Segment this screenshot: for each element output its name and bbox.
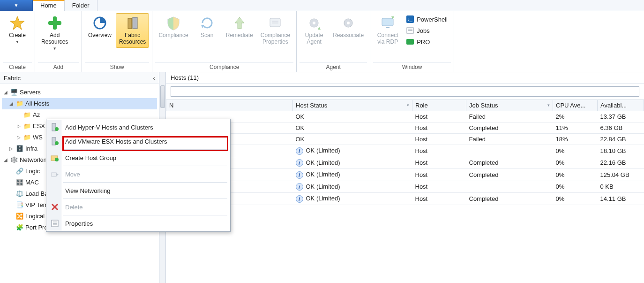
cell-cpu: 11% [553,122,598,134]
ctx-create-host-group[interactable]: Create Host Group [47,151,229,165]
filter-icon[interactable]: ▾ [547,103,550,107]
tree-node-servers[interactable]: ◢🖥️Servers [2,87,157,98]
svg-marker-32 [56,173,59,176]
info-icon: i [296,147,303,155]
reassociate-button[interactable]: Reassociate [329,13,367,41]
servers-icon [125,15,140,31]
star-icon [10,15,25,31]
cell-role: Host [412,111,466,122]
info-icon: i [296,171,303,179]
svg-text:›_: ›_ [408,16,413,22]
table-row[interactable]: OKHostFailed18%22.84 GB [166,134,644,145]
svg-rect-4 [128,18,132,29]
info-icon: i [296,159,303,167]
cell-job: Completed [466,169,553,181]
filter-icon[interactable]: ▾ [407,103,409,107]
group-label-show: Show [85,62,149,72]
cell-status: iOK (Limited) [293,157,412,169]
table-row[interactable]: iOK (Limited)HostCompleted0%22.16 GB [166,157,644,169]
collapse-nav-button[interactable]: ‹ [153,74,155,82]
chevron-down-icon: ▼ [15,40,19,44]
info-icon: i [296,195,303,203]
cell-status: OK [293,134,412,145]
tree-node-all-hosts[interactable]: ◢📁All Hosts [2,98,157,109]
scan-button[interactable]: Scan [193,13,222,41]
svg-point-12 [313,22,315,24]
svg-marker-0 [10,16,24,30]
ctx-move[interactable]: Move [47,167,229,181]
cell-cpu: 18% [553,134,598,145]
splitter-thumb[interactable] [160,85,165,108]
table-row[interactable]: iOK (Limited)HostCompleted0%125.04 GB [166,169,644,181]
tab-folder[interactable]: Folder [65,0,97,11]
table-row[interactable]: OKHostFailed2%13.37 GB [166,111,644,122]
logical-net-icon: 🔗 [16,168,23,175]
cell-mem: 13.37 GB [598,111,644,122]
compliance-properties-button[interactable]: Compliance Properties [257,13,293,48]
refresh-icon [200,15,215,31]
tab-home[interactable]: Home [33,0,65,11]
search-input[interactable] [171,86,639,97]
cell-mem: 22.16 GB [598,157,644,169]
ctx-add-hyperv[interactable]: Add Hyper-V Hosts and Clusters [47,120,229,134]
server-add-icon [50,122,60,132]
powershell-button[interactable]: ›_ PowerShell [403,14,451,24]
cell-status: iOK (Limited) [293,193,412,205]
overview-button[interactable]: Overview [85,13,115,41]
table-row[interactable]: OKHostCompleted11%6.36 GB [166,122,644,134]
mac-icon: 🎛️ [16,179,23,186]
col-job[interactable]: Job Status▾ [466,100,553,111]
cell-status: iOK (Limited) [293,181,412,193]
piechart-icon [92,15,107,31]
servers-icon: 🖥️ [10,89,18,96]
fabric-resources-button[interactable]: Fabric Resources [116,13,149,48]
ctx-properties[interactable]: Properties [47,216,229,230]
table-row[interactable]: iOK (Limited)Host0%0 KB [166,181,644,193]
cell-mem: 0 KB [598,181,644,193]
cell-status: OK [293,111,412,122]
ctx-delete[interactable]: Delete [47,200,229,214]
group-label-add: Add [38,62,79,72]
table-row[interactable]: iOK (Limited)HostCompleted0%14.11 GB [166,193,644,205]
col-status[interactable]: Host Status▾ [293,100,412,111]
table-row[interactable]: iOK (Limited)Host0%18.10 GB [166,145,644,157]
col-role[interactable]: Role [412,100,466,111]
chevron-down-icon: ▼ [53,46,57,51]
col-cpu[interactable]: CPU Ave... [553,100,598,111]
properties-icon [268,15,283,31]
ctx-view-networking[interactable]: View Networking [47,184,229,198]
connect-rdp-button[interactable]: Connect via RDP [373,13,402,48]
compliance-button[interactable]: Compliance [155,13,191,41]
group-label-window: Window [373,62,451,72]
cell-cpu: 0% [553,157,598,169]
svg-rect-16 [382,18,393,26]
cell-job [466,145,553,157]
server-add-icon [50,137,60,146]
update-agent-button[interactable]: Update Agent [300,13,329,48]
system-menu-button[interactable]: ▼ [0,0,33,11]
folder-icon: 📁 [23,134,31,141]
jobs-button[interactable]: Jobs [403,25,451,36]
create-button[interactable]: Create ▼ [3,13,32,46]
properties-icon [50,219,60,228]
cell-role: Host [412,134,466,145]
list-icon [406,27,414,34]
cell-role: Host [412,122,466,134]
svg-marker-13 [318,27,321,30]
col-mem[interactable]: Availabl... [598,100,644,111]
remediate-button[interactable]: Remediate [223,13,256,41]
cell-role: Host [412,193,466,205]
cell-job: Completed [466,157,553,169]
pro-button[interactable]: PRO [403,37,451,47]
content-title: Hosts (11) [166,72,644,84]
cell-role: Host [412,169,466,181]
cell-mem: 125.04 GB [598,169,644,181]
col-name[interactable]: N [166,100,293,111]
cell-mem: 14.11 GB [598,193,644,205]
cell-job: Completed [466,122,553,134]
cell-cpu: 0% [553,181,598,193]
ctx-add-vmware[interactable]: Add VMware ESX Hosts and Clusters [47,134,229,148]
svg-marker-7 [235,17,244,29]
cell-mem: 22.84 GB [598,134,644,145]
add-resources-button[interactable]: Add Resources ▼ [38,13,71,53]
